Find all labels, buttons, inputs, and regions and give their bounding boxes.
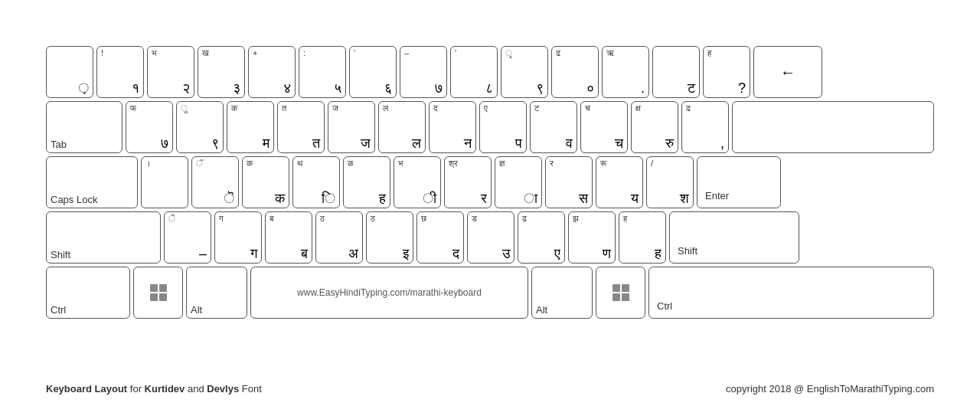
key-backtick[interactable]: ह ? — [703, 46, 750, 98]
key-right-win[interactable] — [596, 267, 645, 319]
windows-icon-right — [612, 284, 629, 301]
key-enter[interactable]: Enter — [697, 156, 781, 208]
key-right-ctrl[interactable]: Ctrl — [648, 267, 934, 319]
key-quote[interactable]: / श — [646, 156, 694, 208]
key-tilde[interactable]: ़ — [46, 46, 93, 98]
key-left-alt[interactable]: Alt — [186, 267, 247, 319]
key-0[interactable]: ढ ० — [551, 46, 599, 98]
key-d[interactable]: क क — [242, 156, 289, 208]
key-f[interactable]: थ ि — [292, 156, 340, 208]
key-period[interactable]: झ ण — [568, 211, 616, 264]
key-comma[interactable]: ढ ए — [518, 211, 565, 264]
key-2[interactable]: भ २ — [147, 46, 194, 98]
key-j[interactable]: श्र र — [444, 156, 492, 208]
key-7[interactable]: – ७ — [400, 46, 447, 98]
key-9[interactable]: ृ ९ — [501, 46, 548, 98]
key-y[interactable]: ल ल — [378, 101, 426, 153]
key-b[interactable]: ठ इ — [366, 211, 413, 264]
key-c[interactable]: ब ब — [265, 211, 312, 264]
key-g[interactable]: ळ ह — [343, 156, 390, 208]
key-space[interactable]: www.EasyHindiTyping.com/marathi-keyboard — [250, 267, 528, 319]
key-5[interactable]: : ५ — [299, 46, 346, 98]
row-3: Caps Lock । ॅ ॆ क क थ ि ळ ह भ ी श्र र — [46, 156, 934, 208]
key-left-ctrl[interactable]: Ctrl — [46, 267, 130, 319]
windows-icon — [150, 284, 167, 301]
key-left-win[interactable] — [133, 267, 183, 319]
key-left-shift[interactable]: Shift — [46, 211, 161, 264]
key-enter-top[interactable] — [732, 101, 934, 153]
key-s[interactable]: ॅ ॆ — [191, 156, 239, 208]
key-p[interactable]: च च — [580, 101, 628, 153]
key-z[interactable]: ॆ – — [164, 211, 211, 264]
key-right-shift[interactable]: Shift — [669, 211, 799, 264]
row-2: Tab फ ७ ु ९ क म त त ज ज ल ल द न — [46, 101, 934, 153]
key-4[interactable]: + ४ — [248, 46, 296, 98]
row-5: Ctrl Alt www.EasyHindiTyping.com/marathi… — [46, 267, 934, 319]
key-lbracket[interactable]: क्ष रु — [631, 101, 678, 153]
key-backspace[interactable]: ← — [753, 46, 822, 98]
key-6[interactable]: ' ६ — [349, 46, 397, 98]
key-v[interactable]: ठ अ — [315, 211, 363, 264]
footer: Keyboard Layout for Kurtidev and Devlys … — [46, 383, 934, 395]
key-tab[interactable]: Tab — [46, 101, 122, 153]
key-slash[interactable]: ह ह — [619, 211, 666, 264]
key-x[interactable]: ग ग — [214, 211, 262, 264]
key-r[interactable]: त त — [277, 101, 325, 153]
keyboard: ़ ! १ भ २ ख ३ + ४ : ५ ' ६ – ७ — [46, 46, 934, 322]
footer-right-text: copyright 2018 @ EnglishToMarathiTyping.… — [726, 383, 934, 395]
key-k[interactable]: ज्ञ ा — [495, 156, 542, 208]
key-1[interactable]: ! १ — [96, 46, 144, 98]
row-1: ़ ! १ भ २ ख ३ + ४ : ५ ' ६ – ७ — [46, 46, 934, 98]
key-minus[interactable]: ऋ . — [602, 46, 649, 98]
key-t[interactable]: ज ज — [328, 101, 375, 153]
key-semicolon[interactable]: रू य — [596, 156, 643, 208]
footer-left-text: Keyboard Layout for Kurtidev and Devlys … — [46, 383, 262, 395]
key-n[interactable]: छ द — [416, 211, 464, 264]
key-u[interactable]: द न — [429, 101, 476, 153]
key-rbracket[interactable]: ढ , — [681, 101, 729, 153]
key-e[interactable]: क म — [227, 101, 274, 153]
key-m[interactable]: ड उ — [467, 211, 514, 264]
key-equals[interactable]: ट — [652, 46, 700, 98]
key-w[interactable]: ु ९ — [176, 101, 224, 153]
key-o[interactable]: ट व — [530, 101, 577, 153]
key-3[interactable]: ख ३ — [198, 46, 245, 98]
key-l[interactable]: र स — [545, 156, 593, 208]
key-i[interactable]: ए प — [479, 101, 527, 153]
key-a[interactable]: । — [141, 156, 188, 208]
key-right-alt[interactable]: Alt — [531, 267, 593, 319]
row-4: Shift ॆ – ग ग ब ब ठ अ ठ इ छ द ड उ — [46, 211, 934, 264]
key-h[interactable]: भ ी — [394, 156, 441, 208]
key-capslock[interactable]: Caps Lock — [46, 156, 138, 208]
key-8[interactable]: ' ८ — [450, 46, 498, 98]
key-q[interactable]: फ ७ — [126, 101, 173, 153]
